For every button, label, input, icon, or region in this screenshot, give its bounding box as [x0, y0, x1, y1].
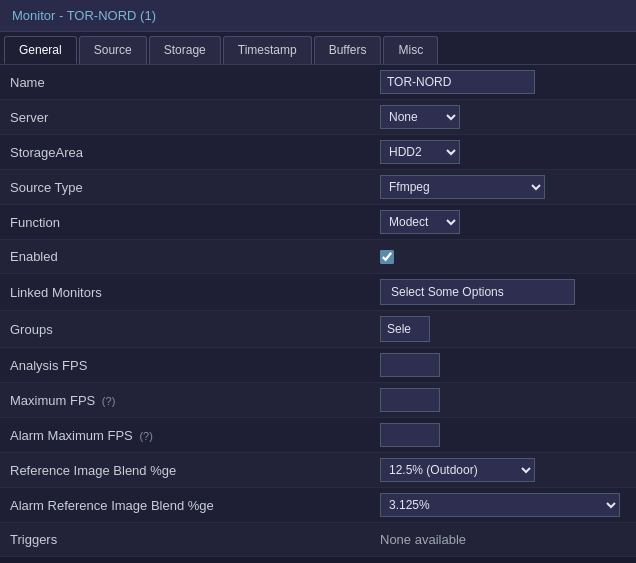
maximum-fps-input[interactable]	[380, 388, 440, 412]
alarm-maximum-fps-help: (?)	[139, 430, 152, 442]
analysis-fps-value	[380, 353, 626, 377]
alarm-reference-blend-row: Alarm Reference Image Blend %ge 3.125%	[0, 488, 636, 523]
linked-monitors-row: Linked Monitors Select Some Options	[0, 274, 636, 311]
linked-monitors-button[interactable]: Select Some Options	[380, 279, 575, 305]
sourcetype-row: Source Type Ffmpeg	[0, 170, 636, 205]
triggers-text: None available	[380, 532, 466, 547]
tab-source[interactable]: Source	[79, 36, 147, 64]
server-select[interactable]: None	[380, 105, 460, 129]
tab-misc[interactable]: Misc	[383, 36, 438, 64]
storagearea-value: HDD2	[380, 140, 626, 164]
maximum-fps-value	[380, 388, 626, 412]
linked-monitors-value: Select Some Options	[380, 279, 626, 305]
maximum-fps-help: (?)	[102, 395, 115, 407]
sourcetype-label: Source Type	[10, 180, 380, 195]
analysis-fps-label: Analysis FPS	[10, 358, 380, 373]
sourcetype-select[interactable]: Ffmpeg	[380, 175, 545, 199]
alarm-maximum-fps-input[interactable]	[380, 423, 440, 447]
function-select[interactable]: Modect	[380, 210, 460, 234]
alarm-reference-blend-label: Alarm Reference Image Blend %ge	[10, 498, 380, 513]
tab-storage[interactable]: Storage	[149, 36, 221, 64]
alarm-maximum-fps-value	[380, 423, 626, 447]
triggers-label: Triggers	[10, 532, 380, 547]
enabled-row: Enabled	[0, 240, 636, 274]
enabled-checkbox[interactable]	[380, 250, 394, 264]
title-bar: Monitor - TOR-NORD (1)	[0, 0, 636, 32]
server-row: Server None	[0, 100, 636, 135]
maximum-fps-row: Maximum FPS (?)	[0, 383, 636, 418]
groups-label: Groups	[10, 322, 380, 337]
storagearea-select[interactable]: HDD2	[380, 140, 460, 164]
alarm-reference-blend-select[interactable]: 3.125%	[380, 493, 620, 517]
reference-blend-select[interactable]: 12.5% (Outdoor)	[380, 458, 535, 482]
reference-blend-label: Reference Image Blend %ge	[10, 463, 380, 478]
reference-blend-value: 12.5% (Outdoor)	[380, 458, 626, 482]
function-row: Function Modect	[0, 205, 636, 240]
tab-timestamp[interactable]: Timestamp	[223, 36, 312, 64]
tab-buffers[interactable]: Buffers	[314, 36, 382, 64]
alarm-reference-blend-value: 3.125%	[380, 493, 626, 517]
name-input[interactable]	[380, 70, 535, 94]
storagearea-row: StorageArea HDD2	[0, 135, 636, 170]
server-value: None	[380, 105, 626, 129]
maximum-fps-label: Maximum FPS (?)	[10, 393, 380, 408]
analysis-fps-input[interactable]	[380, 353, 440, 377]
tab-bar: General Source Storage Timestamp Buffers…	[0, 32, 636, 65]
enabled-value	[380, 250, 626, 264]
enabled-checkbox-cell	[380, 250, 394, 264]
triggers-row: Triggers None available	[0, 523, 636, 557]
sourcetype-value: Ffmpeg	[380, 175, 626, 199]
storagearea-label: StorageArea	[10, 145, 380, 160]
groups-button[interactable]: Sele	[380, 316, 430, 342]
main-content: Name Server None StorageArea HDD2 Source…	[0, 65, 636, 557]
function-value: Modect	[380, 210, 626, 234]
triggers-value: None available	[380, 532, 626, 547]
groups-value: Sele	[380, 316, 626, 342]
analysis-fps-row: Analysis FPS	[0, 348, 636, 383]
window-title: Monitor - TOR-NORD (1)	[12, 8, 156, 23]
linked-monitors-label: Linked Monitors	[10, 285, 380, 300]
name-row: Name	[0, 65, 636, 100]
function-label: Function	[10, 215, 380, 230]
server-label: Server	[10, 110, 380, 125]
enabled-label: Enabled	[10, 249, 380, 264]
name-label: Name	[10, 75, 380, 90]
alarm-maximum-fps-label: Alarm Maximum FPS (?)	[10, 428, 380, 443]
alarm-maximum-fps-row: Alarm Maximum FPS (?)	[0, 418, 636, 453]
reference-blend-row: Reference Image Blend %ge 12.5% (Outdoor…	[0, 453, 636, 488]
tab-general[interactable]: General	[4, 36, 77, 64]
groups-row: Groups Sele	[0, 311, 636, 348]
name-value	[380, 70, 626, 94]
